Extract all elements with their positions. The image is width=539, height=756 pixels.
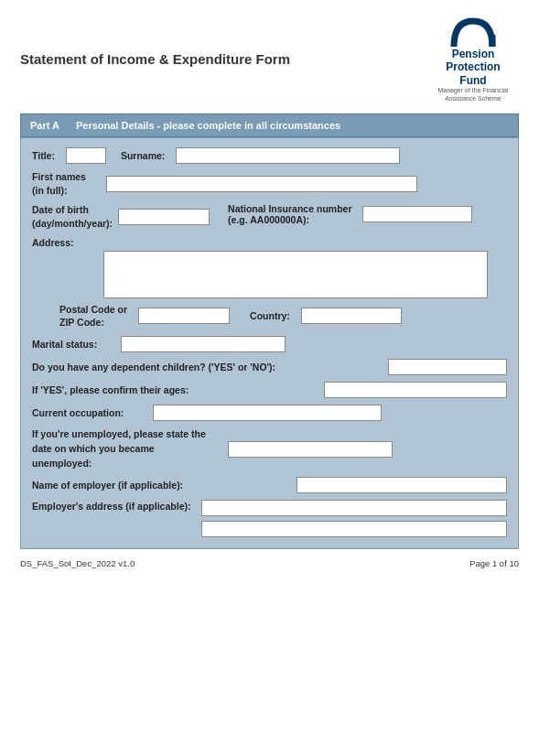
title-label: Title: — [32, 150, 55, 161]
row-unemployed: If you're unemployed, please state the d… — [32, 427, 507, 470]
ppf-sub: Manager of the Financial Assistance Sche… — [427, 87, 519, 103]
row-firstnames: First names (in full): — [32, 170, 507, 197]
row-dependent: Do you have any dependent children? ('YE… — [32, 359, 507, 375]
part-a-label: Part A — [30, 120, 59, 131]
emp-address1-input[interactable] — [201, 500, 507, 516]
title-input[interactable] — [66, 147, 106, 164]
employer-label: Name of employer (if applicable): — [32, 480, 284, 491]
row-employer: Name of employer (if applicable): — [32, 477, 507, 493]
address-input[interactable] — [103, 251, 488, 298]
part-a-description: Personal Details - please complete in al… — [76, 120, 340, 131]
footer-page: Page 1 of 10 — [469, 558, 519, 568]
ifyes-label: If 'YES', please confirm their ages: — [32, 384, 311, 395]
ni-label: National Insurance number — [228, 203, 351, 214]
postal-label: Postal Code or ZIP Code: — [59, 303, 127, 329]
ppf-logo: Pension Protection Fund Manager of the F… — [427, 16, 519, 103]
dob-input[interactable] — [118, 209, 210, 225]
part-a-header: Part A Personal Details - please complet… — [20, 113, 519, 137]
marital-input[interactable] — [121, 336, 286, 352]
footer-version: DS_FAS_SoI_Dec_2022 v1.0 — [20, 558, 135, 568]
occupation-label: Current occupation: — [32, 407, 142, 418]
row-title-surname: Title: Surname: — [32, 147, 507, 164]
ppf-fund: Fund — [427, 74, 519, 87]
unemployed-label: If you're unemployed, please state the d… — [32, 427, 215, 470]
dependent-label: Do you have any dependent children? ('YE… — [32, 362, 375, 373]
ni-input[interactable] — [362, 206, 472, 222]
ni-label-block: National Insurance number (e.g. AA000000… — [228, 203, 351, 225]
page-title: Statement of Income & Expenditure Form — [20, 51, 290, 67]
firstnames-input[interactable] — [106, 176, 417, 192]
dependent-input[interactable] — [388, 359, 507, 375]
ppf-protection: Protection — [427, 60, 519, 73]
row-ifyes: If 'YES', please confirm their ages: — [32, 382, 507, 398]
row-emp-address: Employer's address (if applicable): — [32, 500, 507, 537]
form-area: Title: Surname: First names (in full): D… — [20, 137, 519, 549]
ppf-logo-text: Pension Protection Fund Manager of the F… — [427, 48, 519, 103]
ifyes-input[interactable] — [324, 382, 507, 398]
row-marital: Marital status: — [32, 336, 507, 352]
employer-input[interactable] — [296, 477, 507, 493]
address-label: Address: — [32, 237, 507, 248]
row-occupation: Current occupation: — [32, 405, 507, 421]
ni-label2: (e.g. AA000000A): — [228, 214, 351, 225]
page: Statement of Income & Expenditure Form P… — [20, 16, 519, 568]
emp-address2-input[interactable] — [201, 521, 507, 537]
dob-section: Date of birth (day/month/year): — [32, 203, 210, 230]
country-input[interactable] — [301, 308, 402, 324]
header: Statement of Income & Expenditure Form P… — [20, 16, 519, 103]
surname-label: Surname: — [121, 150, 165, 161]
row-address: Address: — [32, 237, 507, 298]
firstnames-label: First names (in full): — [32, 170, 101, 197]
ppf-logo-icon — [445, 16, 501, 48]
row-postal: Postal Code or ZIP Code: Country: — [32, 303, 507, 329]
footer: DS_FAS_SoI_Dec_2022 v1.0 Page 1 of 10 — [20, 558, 519, 568]
dob-label: Date of birth (day/month/year): — [32, 203, 113, 230]
marital-label: Marital status: — [32, 339, 110, 350]
ppf-pension: Pension — [427, 48, 519, 60]
unemployed-input[interactable] — [228, 441, 393, 458]
occupation-input[interactable] — [153, 405, 382, 421]
ni-section: National Insurance number (e.g. AA000000… — [228, 203, 472, 225]
row-dob-ni: Date of birth (day/month/year): National… — [32, 203, 507, 230]
surname-input[interactable] — [176, 147, 400, 164]
postal-input[interactable] — [138, 308, 230, 324]
country-label: Country: — [250, 310, 290, 321]
emp-address-label: Employer's address (if applicable): — [32, 500, 190, 514]
